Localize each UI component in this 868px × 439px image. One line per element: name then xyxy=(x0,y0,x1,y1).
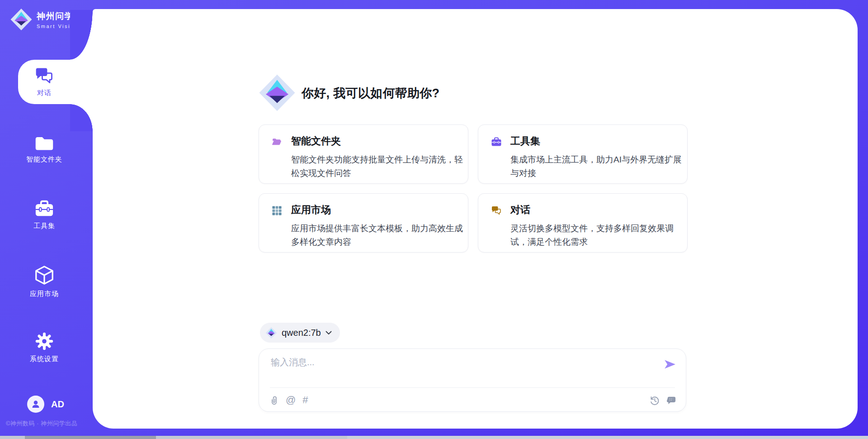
sidebar-item-toolset[interactable]: 工具集 xyxy=(0,200,89,230)
chevron-down-icon xyxy=(326,331,332,335)
chat-bubbles-icon xyxy=(491,205,502,215)
app-logo: 神州问学 Smart Vision xyxy=(10,7,78,32)
sidebar-item-chat[interactable]: 对话 xyxy=(0,67,89,97)
sidebar-item-label: 应用市场 xyxy=(30,290,59,298)
card-smart-folder[interactable]: 智能文件夹 智能文件夹功能支持批量文件上传与清洗，轻松实现文件问答 xyxy=(259,124,468,184)
sidebar-item-label: 智能文件夹 xyxy=(26,155,62,164)
sidebar-item-label: 工具集 xyxy=(33,222,55,230)
horizontal-scrollbar[interactable] xyxy=(0,436,868,439)
sidebar-item-smart-folder[interactable]: 智能文件夹 xyxy=(0,134,89,164)
sidebar-item-label: 对话 xyxy=(37,89,52,97)
scrollbar-thumb[interactable] xyxy=(25,436,156,439)
message-input[interactable] xyxy=(270,355,651,385)
gear-icon xyxy=(35,332,54,351)
avatar xyxy=(27,396,44,413)
feedback-bubble-icon[interactable] xyxy=(666,395,677,406)
history-icon[interactable] xyxy=(649,395,660,406)
app-grid-icon xyxy=(272,205,282,216)
message-composer: @ # xyxy=(259,348,686,412)
card-toolset[interactable]: 工具集 集成市场上主流工具，助力AI与外界无缝扩展与对接 xyxy=(478,124,688,184)
mention-icon[interactable]: @ xyxy=(286,395,296,405)
folder-open-icon xyxy=(272,137,283,147)
user-chip[interactable]: AD xyxy=(27,396,64,413)
paperclip-icon[interactable] xyxy=(269,395,279,406)
card-description: 灵活切换多模型文件，支持多样回复效果调试，满足个性化需求 xyxy=(510,222,683,249)
greeting-title: 你好, 我可以如何帮助你? xyxy=(302,85,439,101)
feature-cards: 智能文件夹 智能文件夹功能支持批量文件上传与清洗，轻松实现文件问答 工具集 集成… xyxy=(259,124,688,253)
greeting-diamond-icon xyxy=(258,73,296,113)
card-app-market[interactable]: 应用市场 应用市场提供丰富长文本模板，助力高效生成多样化文章内容 xyxy=(259,193,468,253)
card-title: 对话 xyxy=(510,203,530,217)
user-name: AD xyxy=(51,399,64,410)
send-plane-icon xyxy=(663,358,677,371)
diamond-logo-icon xyxy=(265,327,277,339)
person-icon xyxy=(30,399,41,410)
card-description: 应用市场提供丰富长文本模板，助力高效生成多样化文章内容 xyxy=(291,222,464,249)
chat-bubbles-icon xyxy=(34,67,54,85)
model-selector[interactable]: qwen2:7b xyxy=(260,323,340,343)
composer-divider xyxy=(270,387,675,388)
footer-credit: ©神州数码 · 神州问学出品 xyxy=(6,420,77,428)
card-chat[interactable]: 对话 灵活切换多模型文件，支持多样回复效果调试，满足个性化需求 xyxy=(478,193,688,253)
send-button[interactable] xyxy=(663,358,677,371)
toolbox-icon xyxy=(491,137,502,147)
model-name: qwen2:7b xyxy=(282,328,321,338)
card-description: 智能文件夹功能支持批量文件上传与清洗，轻松实现文件问答 xyxy=(291,153,464,180)
folder-icon xyxy=(34,134,54,151)
sidebar-item-settings[interactable]: 系统设置 xyxy=(0,332,89,363)
active-tab-flare-top xyxy=(70,10,93,60)
sidebar-item-label: 系统设置 xyxy=(30,355,59,363)
active-tab-flare-bottom xyxy=(70,104,93,131)
card-title: 工具集 xyxy=(510,134,540,148)
card-title: 智能文件夹 xyxy=(291,134,341,148)
card-title: 应用市场 xyxy=(291,203,331,217)
toolbox-icon xyxy=(34,200,54,218)
hash-icon[interactable]: # xyxy=(302,395,308,405)
sidebar: 神州问学 Smart Vision 对话 智能文件夹 工具集 xyxy=(0,0,93,439)
sidebar-item-app-market[interactable]: 应用市场 xyxy=(0,265,89,298)
cube-icon xyxy=(34,265,55,286)
card-description: 集成市场上主流工具，助力AI与外界无缝扩展与对接 xyxy=(510,153,683,180)
brand-diamond-icon xyxy=(10,7,33,32)
